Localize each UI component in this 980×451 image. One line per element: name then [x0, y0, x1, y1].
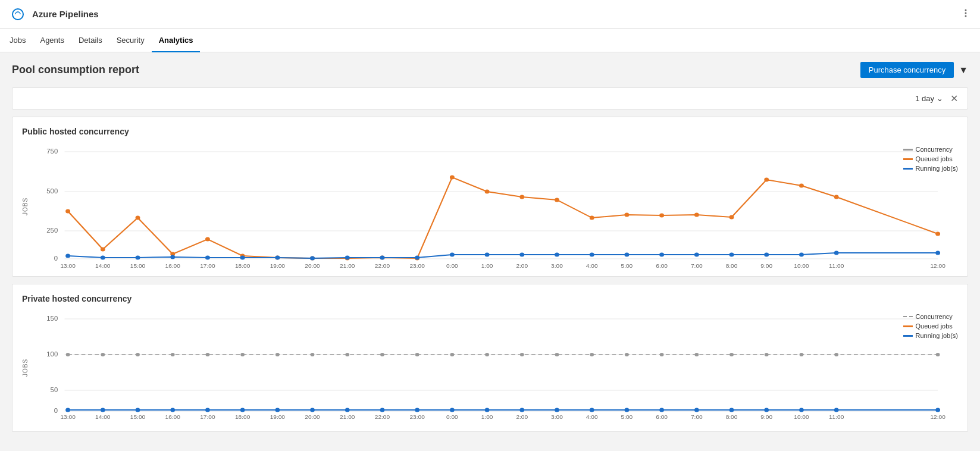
nav-jobs[interactable]: Jobs	[10, 29, 33, 52]
nav-analytics[interactable]: Analytics	[152, 29, 201, 52]
svg-point-156	[624, 408, 629, 412]
svg-text:3:00: 3:00	[551, 263, 563, 269]
svg-point-151	[450, 408, 455, 412]
svg-point-49	[555, 198, 559, 202]
private-chart-section: Private hosted concurrency JOBS 150 100 …	[12, 284, 968, 432]
svg-point-81	[834, 251, 839, 255]
svg-text:15:00: 15:00	[130, 263, 145, 269]
svg-text:0: 0	[54, 408, 58, 414]
chevron-down-icon: ⌄	[937, 94, 943, 103]
svg-point-116	[66, 353, 70, 356]
svg-point-50	[590, 216, 594, 220]
date-filter-bar: 1 day ⌄ ✕	[12, 87, 968, 109]
svg-text:7:00: 7:00	[691, 263, 703, 269]
public-y-axis-label: JOBS	[22, 146, 29, 267]
queued-line-icon	[903, 158, 913, 160]
svg-point-78	[729, 253, 734, 257]
svg-text:16:00: 16:00	[165, 263, 180, 269]
svg-point-120	[206, 353, 210, 356]
svg-text:12:00: 12:00	[930, 414, 945, 420]
private-running-line-icon	[903, 335, 913, 337]
svg-point-152	[485, 408, 490, 412]
svg-text:4:00: 4:00	[586, 414, 598, 420]
svg-text:250: 250	[46, 227, 58, 234]
more-menu-button[interactable]	[961, 8, 970, 20]
public-chart-area: 750 500 250 0 13:00 14:00 15:00 16:00 17…	[31, 146, 958, 267]
svg-point-136	[765, 353, 769, 356]
svg-point-145	[240, 408, 245, 412]
svg-point-117	[101, 353, 105, 356]
svg-point-1	[965, 12, 967, 14]
svg-text:500: 500	[46, 188, 58, 195]
svg-point-122	[275, 353, 280, 356]
svg-point-126	[415, 353, 419, 356]
svg-text:0: 0	[54, 255, 58, 262]
svg-text:22:00: 22:00	[375, 263, 390, 269]
svg-text:10:00: 10:00	[794, 263, 809, 269]
svg-point-125	[380, 353, 384, 356]
svg-text:5:00: 5:00	[621, 263, 633, 269]
svg-text:9:00: 9:00	[760, 414, 772, 420]
svg-point-144	[205, 408, 210, 412]
legend-queued-label: Queued jobs	[915, 155, 952, 162]
svg-text:13:00: 13:00	[60, 263, 75, 269]
svg-point-37	[136, 216, 140, 220]
svg-text:2:00: 2:00	[516, 414, 528, 420]
svg-text:21:00: 21:00	[340, 263, 355, 269]
close-filter-button[interactable]: ✕	[950, 93, 958, 104]
svg-text:750: 750	[46, 148, 58, 155]
svg-text:20:00: 20:00	[305, 414, 320, 420]
svg-point-74	[590, 253, 594, 257]
svg-point-68	[380, 256, 385, 260]
svg-point-148	[345, 408, 350, 412]
svg-point-67	[345, 256, 350, 260]
svg-text:1:00: 1:00	[481, 414, 493, 420]
private-chart-container: JOBS 150 100 50 0 13:00 1	[22, 313, 958, 422]
svg-point-119	[171, 353, 175, 356]
svg-point-161	[799, 408, 804, 412]
svg-point-147	[310, 408, 315, 412]
svg-text:6:00: 6:00	[656, 263, 668, 269]
svg-text:11:00: 11:00	[829, 414, 844, 420]
svg-text:18:00: 18:00	[235, 263, 250, 269]
svg-point-35	[65, 209, 70, 214]
legend-concurrency-label: Concurrency	[915, 146, 952, 153]
app-icon	[10, 6, 26, 23]
nav-details[interactable]: Details	[71, 29, 109, 52]
svg-text:10:00: 10:00	[794, 414, 809, 420]
svg-text:9:00: 9:00	[760, 263, 772, 269]
svg-point-141	[101, 408, 105, 412]
nav-security[interactable]: Security	[109, 29, 152, 52]
svg-point-55	[764, 178, 769, 182]
svg-text:50: 50	[51, 387, 58, 393]
svg-text:13:00: 13:00	[60, 414, 75, 420]
page-header: Pool consumption report Purchase concurr…	[12, 62, 968, 78]
svg-point-135	[729, 353, 734, 356]
legend-running: Running job(s)	[903, 165, 958, 172]
svg-point-127	[450, 353, 454, 356]
svg-point-121	[240, 353, 245, 356]
svg-point-159	[729, 408, 734, 412]
public-chart-section: Public hosted concurrency JOBS 750 500 2…	[12, 117, 968, 277]
app-title: Azure Pipelines	[32, 9, 99, 19]
svg-point-123	[311, 353, 315, 356]
svg-point-129	[520, 353, 524, 356]
svg-point-160	[764, 408, 769, 412]
legend-queued: Queued jobs	[903, 155, 958, 162]
private-chart-title: Private hosted concurrency	[22, 294, 958, 303]
nav-agents[interactable]: Agents	[33, 29, 71, 52]
purchase-concurrency-button[interactable]: Purchase concurrency	[860, 62, 954, 78]
svg-point-39	[205, 237, 210, 242]
svg-text:1:00: 1:00	[481, 263, 493, 269]
svg-point-143	[170, 408, 175, 412]
svg-text:17:00: 17:00	[200, 414, 215, 420]
svg-point-56	[799, 184, 804, 188]
filter-icon[interactable]: ▼	[959, 65, 968, 76]
private-legend: Concurrency Queued jobs Running job(s)	[903, 313, 958, 342]
private-legend-running: Running job(s)	[903, 332, 958, 339]
svg-point-54	[729, 215, 734, 220]
svg-point-150	[415, 408, 419, 412]
date-selector[interactable]: 1 day ⌄	[915, 94, 943, 103]
svg-text:14:00: 14:00	[95, 414, 110, 420]
svg-point-75	[624, 253, 629, 257]
